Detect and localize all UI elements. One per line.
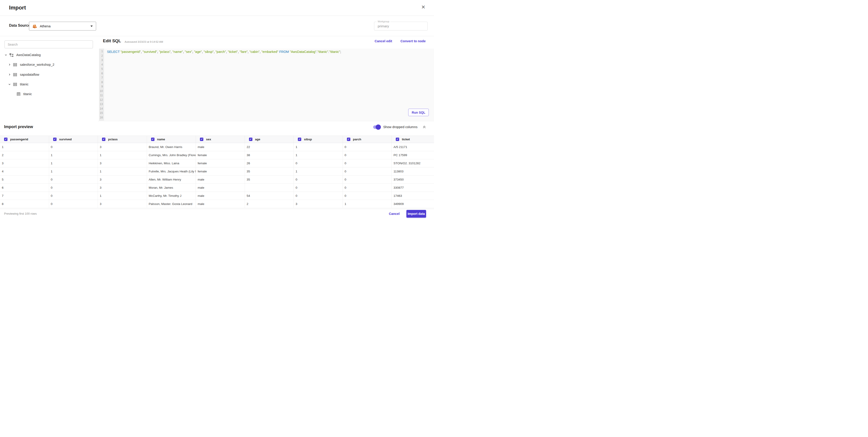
table-cell: female [196, 167, 245, 175]
table-cell: male [196, 184, 245, 192]
line-number: 12 [99, 98, 104, 102]
column-header-sibsp: ✓sibsp [294, 136, 343, 143]
line-number: 2 [99, 54, 104, 58]
tree-item-label: AwsDataCatalog [16, 53, 41, 57]
toggle-knob [376, 125, 381, 130]
column-checkbox[interactable]: ✓ [396, 138, 399, 141]
table-cell: 0 [294, 192, 343, 200]
tree-item-label: salesforce_workshop_2 [20, 63, 54, 66]
table-cell: 26 [245, 159, 294, 167]
tree-item-label: titanic [20, 82, 29, 86]
cancel-edit-link[interactable]: Cancel edit [374, 39, 392, 43]
column-checkbox[interactable]: ✓ [200, 138, 203, 141]
datasource-selected-value: Athena [40, 24, 51, 28]
sql-token: , [260, 50, 261, 54]
sql-editor-panel: Edit SQL Autosaved 3/23/23 at 9:14:52 AM… [98, 36, 434, 121]
chevron-down-icon[interactable] [4, 54, 7, 56]
sql-token: "parch" [216, 50, 226, 54]
line-number: 4 [99, 63, 104, 67]
table-cell: 3 [98, 200, 147, 208]
catalog-icon [9, 53, 13, 57]
table-cell: 4 [0, 167, 49, 175]
column-header-name: ✓name [147, 136, 196, 143]
column-checkbox[interactable]: ✓ [4, 138, 7, 141]
table-cell: 373450 [392, 175, 434, 183]
convert-to-node-link[interactable]: Convert to node [401, 39, 426, 43]
table-cell: A/5 21171 [392, 143, 434, 151]
database-icon [13, 82, 17, 87]
workgroup-field[interactable]: Workgroup primary [374, 22, 428, 31]
table-cell: 1 [0, 143, 49, 151]
table-row: 211Cumings, Mrs. John Bradley (Florence … [0, 151, 434, 159]
show-dropped-columns-label: Show dropped columns [383, 125, 417, 129]
modal-footer: Previewing first 100 rows Cancel Import … [0, 209, 434, 218]
table-row: 701McCarthy, Mr. Timothy Jmale540017463 [0, 192, 434, 200]
sql-code-area[interactable]: 12345678910111213141516 SELECT "passenge… [99, 48, 434, 121]
column-checkbox[interactable]: ✓ [151, 138, 154, 141]
table-cell: McCarthy, Mr. Timothy J [147, 192, 196, 200]
table-cell: 1 [49, 159, 98, 167]
column-checkbox[interactable]: ✓ [53, 138, 57, 141]
column-checkbox[interactable]: ✓ [102, 138, 105, 141]
table-cell: Cumings, Mrs. John Bradley (Florence Bri… [147, 151, 196, 159]
column-header-parch: ✓parch [343, 136, 392, 143]
chevron-down-icon[interactable] [8, 83, 11, 86]
column-header-pclass: ✓pclass [98, 136, 147, 143]
line-number: 6 [99, 71, 104, 76]
chevron-right-icon[interactable] [8, 73, 11, 76]
run-sql-button[interactable]: Run SQL [408, 109, 429, 116]
table-cell: 3 [0, 159, 49, 167]
table-cell: 0 [49, 192, 98, 200]
table-cell: 0 [49, 143, 98, 151]
table-cell: 1 [294, 167, 343, 175]
chevron-down-icon [90, 26, 93, 27]
search-input[interactable] [4, 40, 93, 48]
table-cell: 0 [294, 184, 343, 192]
column-header-label: age [255, 138, 260, 141]
sql-token: , [157, 50, 159, 54]
column-checkbox[interactable]: ✓ [249, 138, 252, 141]
datasource-select[interactable]: Athena [29, 22, 96, 31]
column-header-sex: ✓sex [196, 136, 245, 143]
table-cell: male [196, 200, 245, 208]
collapse-chevrons-icon[interactable] [423, 125, 426, 129]
tree-item-awsdatacatalog[interactable]: AwsDataCatalog [4, 52, 41, 58]
autosaved-status: Autosaved 3/23/23 at 9:14:52 AM [125, 40, 163, 43]
tree-item-titanic-table[interactable]: titanic [17, 91, 32, 97]
table-cell: 3 [98, 175, 147, 183]
column-header-label: ticket [402, 138, 410, 141]
preview-row-count-status: Previewing first 100 rows [4, 209, 37, 218]
table-cell: 38 [245, 151, 294, 159]
close-icon[interactable]: ✕ [421, 5, 425, 10]
table-row: 603Moran, Mr. Jamesmale00330877 [0, 184, 434, 192]
sql-token: , [183, 50, 185, 54]
line-number: 9 [99, 85, 104, 89]
import-data-button[interactable]: Import data [406, 210, 426, 217]
tree-item-label: titanic [23, 92, 32, 96]
tree-item-salesforce-workshop-2[interactable]: salesforce_workshop_2 [8, 62, 54, 67]
line-number-gutter: 12345678910111213141516 [99, 48, 104, 121]
cancel-button[interactable]: Cancel [389, 212, 400, 215]
table-cell: 3 [294, 200, 343, 208]
table-row: 103Braund, Mr. Owen Harrismale2210A/5 21… [0, 143, 434, 151]
import-preview-panel: Import preview Show dropped columns ✓pas… [0, 121, 434, 209]
sql-token: , [202, 50, 204, 54]
column-header-label: name [157, 138, 165, 141]
column-header-survived: ✓survived [49, 136, 98, 143]
table-cell: 1 [343, 200, 392, 208]
column-header-label: survived [59, 138, 72, 141]
modal-header: Import ✕ [0, 0, 434, 16]
table-cell: 6 [0, 184, 49, 192]
show-dropped-columns-toggle[interactable] [373, 125, 380, 129]
tree-item-sapodataflow[interactable]: sapodataflow [8, 72, 39, 77]
column-checkbox[interactable]: ✓ [298, 138, 301, 141]
table-cell: 2 [0, 151, 49, 159]
table-cell: 349909 [392, 200, 434, 208]
database-icon [13, 72, 17, 77]
tree-item-titanic-db[interactable]: titanic [8, 81, 29, 87]
table-cell: PC 17599 [392, 151, 434, 159]
table-icon [17, 92, 21, 96]
chevron-right-icon[interactable] [8, 63, 11, 66]
column-checkbox[interactable]: ✓ [347, 138, 350, 141]
athena-icon [32, 24, 37, 29]
